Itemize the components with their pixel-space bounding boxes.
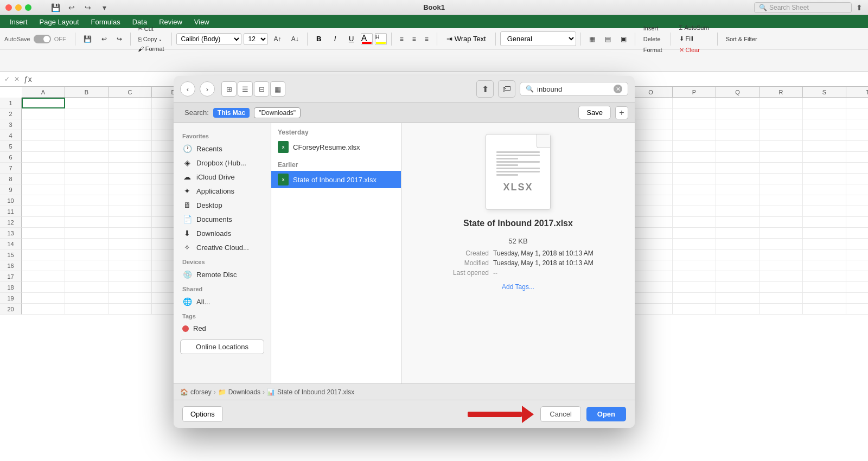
redo-quick-btn[interactable]: ↪: [113, 34, 126, 44]
increase-font-btn[interactable]: A↑: [270, 34, 285, 44]
cell-P15[interactable]: [673, 249, 716, 260]
cell-C18[interactable]: [108, 282, 152, 293]
cell-R9[interactable]: [760, 184, 803, 195]
cell-C13[interactable]: [108, 228, 152, 239]
underline-btn[interactable]: U: [344, 32, 359, 46]
cell-R2[interactable]: [760, 108, 803, 119]
cell-B13[interactable]: [65, 228, 108, 239]
maximize-button[interactable]: [25, 4, 31, 11]
cell-Q1[interactable]: [716, 98, 760, 108]
cell-B2[interactable]: [65, 108, 108, 119]
cell-O18[interactable]: [629, 282, 673, 293]
highlight-color-btn[interactable]: H: [375, 33, 387, 45]
cell-P18[interactable]: [673, 282, 716, 293]
cell-P16[interactable]: [673, 260, 716, 271]
cell-T4[interactable]: [846, 130, 868, 141]
cell-R1[interactable]: [760, 98, 803, 108]
menu-formulas[interactable]: Formulas: [86, 17, 126, 27]
cell-P20[interactable]: [673, 304, 716, 315]
format-btn[interactable]: Format: [640, 45, 666, 55]
cell-P12[interactable]: [673, 217, 716, 228]
cell-P3[interactable]: [673, 119, 716, 130]
sidebar-item-documents[interactable]: 📄 Documents: [174, 212, 271, 226]
cell-B9[interactable]: [65, 184, 108, 195]
view-list-btn[interactable]: ☰: [238, 81, 253, 97]
search-clear-btn[interactable]: ✕: [614, 85, 622, 93]
cell-T1[interactable]: [846, 98, 868, 108]
cell-C7[interactable]: [108, 163, 152, 174]
sidebar-item-all[interactable]: 🌐 All...: [174, 294, 271, 309]
minimize-button[interactable]: [15, 4, 22, 11]
cell-R4[interactable]: [760, 130, 803, 141]
cell-S11[interactable]: [803, 206, 846, 217]
cell-Q14[interactable]: [716, 239, 760, 249]
font-color-btn[interactable]: A: [361, 33, 373, 45]
sidebar-item-dropbox[interactable]: ◈ Dropbox (Hub...: [174, 156, 271, 170]
view-icon-btn[interactable]: ⊞: [221, 81, 237, 97]
cell-S6[interactable]: [803, 152, 846, 163]
cell-S16[interactable]: [803, 260, 846, 271]
cell-O13[interactable]: [629, 228, 673, 239]
cell-C1[interactable]: [108, 98, 152, 108]
autosum-btn[interactable]: Σ AutoSum: [675, 23, 713, 33]
online-locations-btn[interactable]: Online Locations: [180, 340, 264, 354]
search-sheet-input[interactable]: 🔍 Search Sheet: [754, 2, 852, 13]
menu-insert[interactable]: Insert: [4, 17, 33, 27]
menu-view[interactable]: View: [189, 17, 215, 27]
dialog-forward-btn[interactable]: ›: [200, 81, 215, 97]
conditional-format-btn[interactable]: ▦: [585, 34, 599, 44]
fill-btn[interactable]: ⬇ Fill: [675, 34, 713, 44]
cell-A4[interactable]: [22, 130, 65, 141]
cell-C6[interactable]: [108, 152, 152, 163]
cell-B18[interactable]: [65, 282, 108, 293]
cell-A1[interactable]: [22, 98, 65, 108]
cell-P4[interactable]: [673, 130, 716, 141]
view-gallery-btn[interactable]: ▦: [270, 81, 285, 97]
cell-C15[interactable]: [108, 249, 152, 260]
cell-O10[interactable]: [629, 195, 673, 206]
cell-S13[interactable]: [803, 228, 846, 239]
cell-Q19[interactable]: [716, 293, 760, 304]
insert-btn[interactable]: Insert: [640, 23, 666, 33]
cell-O14[interactable]: [629, 239, 673, 249]
cell-C19[interactable]: [108, 293, 152, 304]
sidebar-item-desktop[interactable]: 🖥 Desktop: [174, 198, 271, 212]
dialog-plus-btn[interactable]: +: [615, 106, 628, 119]
cell-A10[interactable]: [22, 195, 65, 206]
cell-S4[interactable]: [803, 130, 846, 141]
cell-T20[interactable]: [846, 304, 868, 315]
cell-B12[interactable]: [65, 217, 108, 228]
sidebar-item-remote-disc[interactable]: 💿 Remote Disc: [174, 267, 271, 281]
cell-Q2[interactable]: [716, 108, 760, 119]
cell-A11[interactable]: [22, 206, 65, 217]
cell-P7[interactable]: [673, 163, 716, 174]
cell-T11[interactable]: [846, 206, 868, 217]
search-tag-downloads[interactable]: "Downloads": [254, 107, 301, 118]
cell-O4[interactable]: [629, 130, 673, 141]
align-left-btn[interactable]: ≡: [396, 34, 407, 44]
cell-B10[interactable]: [65, 195, 108, 206]
cell-R10[interactable]: [760, 195, 803, 206]
cell-R14[interactable]: [760, 239, 803, 249]
cell-Q20[interactable]: [716, 304, 760, 315]
cell-O11[interactable]: [629, 206, 673, 217]
cell-R17[interactable]: [760, 271, 803, 282]
cell-C12[interactable]: [108, 217, 152, 228]
cell-B15[interactable]: [65, 249, 108, 260]
cell-B4[interactable]: [65, 130, 108, 141]
cell-S19[interactable]: [803, 293, 846, 304]
breadcrumb-home[interactable]: cforsey: [190, 388, 212, 396]
wrap-text-btn[interactable]: ⇥ Wrap Text: [442, 32, 491, 46]
cell-T5[interactable]: [846, 141, 868, 152]
cell-T7[interactable]: [846, 163, 868, 174]
cut-btn[interactable]: ✂ Cut: [135, 24, 167, 34]
cell-S3[interactable]: [803, 119, 846, 130]
cell-B1[interactable]: [65, 98, 108, 108]
cell-P1[interactable]: [673, 98, 716, 108]
cell-S8[interactable]: [803, 174, 846, 184]
cell-P8[interactable]: [673, 174, 716, 184]
cell-S14[interactable]: [803, 239, 846, 249]
cell-S7[interactable]: [803, 163, 846, 174]
sidebar-item-downloads[interactable]: ⬇ Downloads: [174, 226, 271, 240]
cell-R20[interactable]: [760, 304, 803, 315]
